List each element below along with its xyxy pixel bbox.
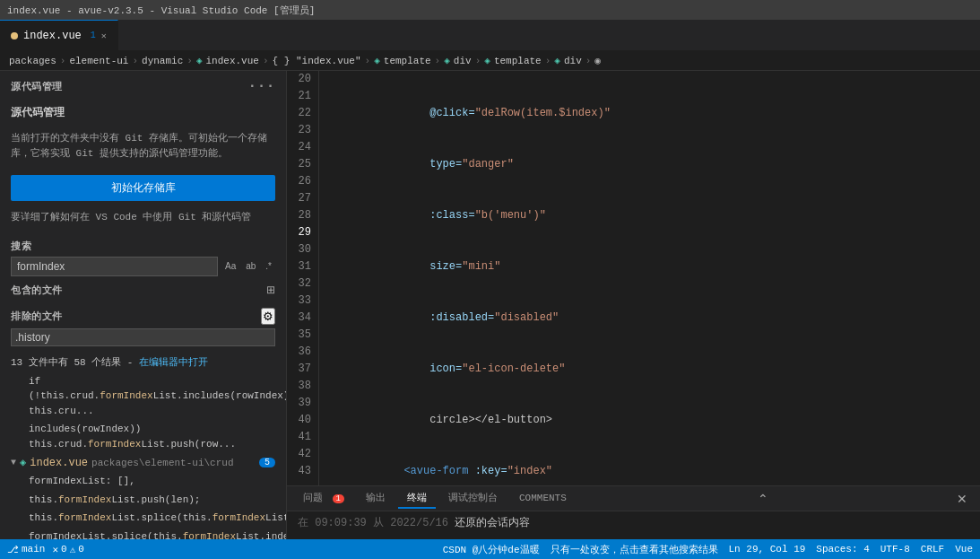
status-crlf[interactable]: CRLF bbox=[921, 544, 944, 555]
warning-icon: ⚠ bbox=[70, 544, 76, 555]
panel-tab-problems[interactable]: 问题 1 bbox=[294, 488, 353, 509]
sidebar-desc: 当前打开的文件夹中没有 Git 存储库。可初始化一个存储库，它将实现 Git 提… bbox=[0, 127, 286, 170]
breadcrumb: packages › element-ui › dynamic › ◈ inde… bbox=[0, 51, 980, 71]
status-left: ⎇ main ✕ 0 ⚠ 0 bbox=[7, 544, 84, 555]
include-files-section: 包含的文件 ⊞ bbox=[0, 280, 286, 304]
sidebar-subtitle: 源代码管理 bbox=[0, 101, 286, 127]
bc-div[interactable]: div bbox=[454, 56, 472, 66]
search-case-btn[interactable]: Aa bbox=[221, 259, 239, 273]
bc-root[interactable]: { } "index.vue" bbox=[273, 56, 361, 66]
code-lines: @click="delRow(item.$index)" type="dange… bbox=[319, 71, 980, 485]
exclude-input[interactable] bbox=[15, 331, 271, 344]
bc-vue-icon: ◈ bbox=[196, 55, 203, 66]
panel-maximize-btn[interactable]: ⌃ bbox=[752, 492, 774, 506]
panel-tab-debug[interactable]: 调试控制台 bbox=[439, 488, 507, 509]
exclude-row: 排除的文件 ⚙ bbox=[11, 308, 275, 325]
status-right-text[interactable]: 只有一处改变，点击查看其他搜索结果 bbox=[551, 543, 718, 556]
status-lang[interactable]: Vue bbox=[955, 544, 973, 555]
include-row: 包含的文件 ⊞ bbox=[11, 284, 275, 297]
panel-tab-debug-label: 调试控制台 bbox=[448, 493, 498, 503]
tab-badge: 1 bbox=[91, 31, 96, 40]
warning-count: 0 bbox=[78, 544, 84, 555]
init-repo-button[interactable]: 初始化存储库 bbox=[11, 175, 275, 201]
bc-index-vue[interactable]: index.vue bbox=[206, 56, 259, 66]
status-errors[interactable]: ✕ 0 ⚠ 0 bbox=[52, 544, 83, 555]
panel-tab-comments[interactable]: COMMENTS bbox=[510, 490, 576, 508]
crud-result-0[interactable]: formIndexList: [], bbox=[0, 472, 286, 491]
title-text: index.vue - avue-v2.3.5 - Visual Studio … bbox=[7, 4, 315, 17]
bc-element-ui[interactable]: element-ui bbox=[69, 56, 128, 66]
bc-div-icon: ◈ bbox=[444, 55, 450, 66]
search-input[interactable] bbox=[11, 257, 218, 276]
result-text-1: if (!this.crud. bbox=[29, 376, 100, 402]
panel-close-btn[interactable]: ✕ bbox=[951, 492, 973, 506]
crud-result-3[interactable]: formIndexList.splice(this.formIndexList.… bbox=[0, 528, 286, 540]
status-bar: ⎇ main ✕ 0 ⚠ 0 CSDN @八分钟de温暖 只有一处改变，点击查看… bbox=[0, 539, 980, 559]
results-open-link[interactable]: 在编辑器中打开 bbox=[139, 357, 208, 368]
panel-tab-terminal[interactable]: 终端 bbox=[398, 488, 436, 509]
file-icon: ◈ bbox=[20, 456, 26, 469]
panel-tab-output[interactable]: 输出 bbox=[357, 488, 395, 509]
include-icon-btn[interactable]: ⊞ bbox=[266, 284, 275, 296]
results-list: ▼ ◈ index.vue packages\element-ui\crud 5… bbox=[0, 453, 286, 539]
results-summary: 13 文件中有 58 个结果 - bbox=[11, 357, 139, 368]
sidebar-link-text: 要详细了解如何在 VS Code 中使用 Git 和源代码管 bbox=[0, 210, 286, 234]
file-group-crud: ▼ ◈ index.vue packages\element-ui\crud 5… bbox=[0, 453, 286, 539]
bc-packages[interactable]: packages bbox=[9, 56, 56, 66]
panel-tab-problems-label: 问题 bbox=[303, 493, 323, 503]
bc-template-icon: ◈ bbox=[374, 55, 380, 66]
tab-label: index.vue bbox=[23, 30, 82, 42]
panel-content: 在 09:09:39 从 2022/5/16 还原的会话内容 bbox=[287, 511, 980, 539]
crud-result-1[interactable]: this.formIndexList.push(len); bbox=[0, 491, 286, 510]
sidebar-more-btn[interactable]: ··· bbox=[248, 78, 275, 94]
title-bar: index.vue - avue-v2.3.5 - Visual Studio … bbox=[0, 0, 980, 20]
bc-div2[interactable]: div bbox=[564, 56, 582, 66]
code-line-24: :disabled="disabled" bbox=[326, 310, 973, 327]
main-area: 源代码管理 ··· 源代码管理 当前打开的文件夹中没有 Git 存储库。可初始化… bbox=[0, 71, 980, 539]
crud-result-2[interactable]: this.formIndexList.splice(this.formIndex… bbox=[0, 509, 286, 528]
branch-icon: ⎇ bbox=[7, 544, 19, 555]
sidebar: 源代码管理 ··· 源代码管理 当前打开的文件夹中没有 Git 存储库。可初始化… bbox=[0, 71, 287, 539]
tab-dot bbox=[11, 32, 18, 39]
status-branch[interactable]: ⎇ main bbox=[7, 544, 45, 555]
editor-area: 20 21 22 23 24 25 26 27 28 29 30 31 32 3… bbox=[287, 71, 980, 539]
code-line-21: type="danger" bbox=[326, 156, 973, 173]
tab-index-vue[interactable]: index.vue 1 ✕ bbox=[0, 20, 118, 51]
search-label: 搜索 bbox=[11, 240, 275, 253]
code-line-26: circle></el-button> bbox=[326, 412, 973, 429]
bc-more: ◉ bbox=[594, 55, 601, 66]
filepath-crud: packages\element-ui\crud bbox=[91, 458, 233, 468]
panel-tab-comments-label: COMMENTS bbox=[519, 493, 567, 503]
result-line-1[interactable]: if (!this.crud.formIndexList.includes(ro… bbox=[0, 372, 286, 421]
search-options: Aa ab .* bbox=[221, 259, 275, 273]
status-spaces[interactable]: Spaces: 4 bbox=[816, 544, 869, 555]
status-line-col[interactable]: Ln 29, Col 19 bbox=[729, 544, 806, 555]
bc-dynamic[interactable]: dynamic bbox=[142, 56, 183, 66]
panel-tabs: 问题 1 输出 终端 调试控制台 COMMENTS ⌃ ✕ bbox=[287, 486, 980, 511]
line-numbers: 20 21 22 23 24 25 26 27 28 29 30 31 32 3… bbox=[287, 71, 319, 485]
exclude-settings-btn[interactable]: ⚙ bbox=[261, 308, 275, 325]
search-regex-btn[interactable]: .* bbox=[262, 259, 275, 273]
bc-div2-icon: ◈ bbox=[554, 55, 560, 66]
bc-template[interactable]: template bbox=[384, 56, 431, 66]
file-group-crud-header[interactable]: ▼ ◈ index.vue packages\element-ui\crud 5 bbox=[0, 453, 286, 472]
search-section: 搜索 Aa ab .* bbox=[0, 234, 286, 280]
error-count: 0 bbox=[61, 544, 67, 555]
search-row: Aa ab .* bbox=[11, 257, 275, 276]
bc-template2[interactable]: template bbox=[494, 56, 542, 66]
result-line-2[interactable]: includes(rowIndex)) this.crud.formIndexL… bbox=[0, 420, 286, 453]
editor-content[interactable]: 20 21 22 23 24 25 26 27 28 29 30 31 32 3… bbox=[287, 71, 980, 485]
tab-close[interactable]: ✕ bbox=[101, 31, 107, 41]
code-line-27: <avue-form :key="index" bbox=[326, 463, 973, 480]
sidebar-title: 源代码管理 bbox=[11, 80, 63, 93]
panel-tab-terminal-label: 终端 bbox=[407, 493, 427, 503]
status-feedback: CSDN @八分钟de温暖 bbox=[443, 543, 540, 556]
file-badge-crud: 5 bbox=[259, 458, 275, 467]
exclude-label: 排除的文件 bbox=[11, 310, 63, 323]
terminal-timestamp: 在 09:09:39 从 2022/5/16 bbox=[298, 517, 448, 529]
search-word-btn[interactable]: ab bbox=[242, 259, 259, 273]
terminal-message: 还原的会话内容 bbox=[455, 517, 530, 529]
code-line-23: size="mini" bbox=[326, 258, 973, 275]
status-encoding[interactable]: UTF-8 bbox=[880, 544, 910, 555]
panel-problems-badge: 1 bbox=[333, 494, 344, 503]
